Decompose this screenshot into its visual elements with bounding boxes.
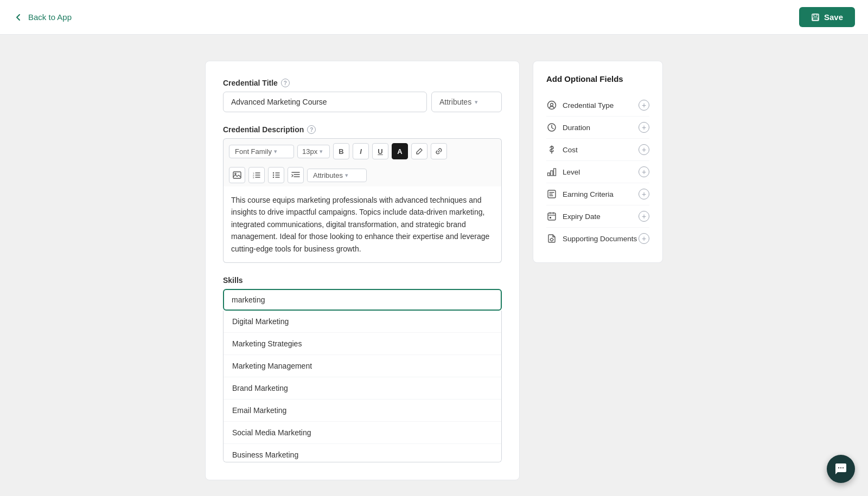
expiry-date-add-icon[interactable]: + — [639, 211, 649, 222]
back-arrow-icon — [13, 12, 24, 23]
unordered-list-icon[interactable] — [268, 167, 284, 183]
svg-rect-13 — [548, 173, 550, 176]
main-content: Credential Title ? Attributes ▾ Credenti… — [0, 35, 868, 496]
credential-type-label: Credential Type — [563, 101, 614, 109]
description-help-icon[interactable]: ? — [307, 125, 316, 134]
earning-criteria-label: Earning Criteria — [563, 190, 614, 198]
expiry-date-label: Expiry Date — [563, 212, 601, 221]
optional-earning-criteria[interactable]: Earning Criteria + — [546, 183, 649, 205]
editor-toolbar-row2: 1. 2. 3. — [223, 164, 502, 186]
link-icon[interactable] — [431, 143, 447, 159]
font-size-label: 13px — [302, 147, 317, 156]
supporting-docs-icon — [546, 233, 557, 244]
credential-type-icon — [546, 100, 557, 111]
back-label: Back to App — [28, 12, 72, 22]
attr-small-label: Attributes — [313, 171, 343, 179]
skill-digital-marketing[interactable]: Digital Marketing — [224, 311, 501, 333]
topbar: Back to App Save — [0, 0, 868, 35]
bold-button[interactable]: B — [333, 143, 349, 159]
save-icon — [811, 13, 820, 22]
skills-dropdown: Digital Marketing Marketing Strategies M… — [223, 311, 502, 462]
attributes-chevron-icon: ▾ — [475, 99, 478, 106]
color-button[interactable]: A — [392, 143, 408, 159]
description-section: Credential Description ? Font Family ▾ 1… — [223, 125, 502, 263]
skill-business-marketing[interactable]: Business Marketing — [224, 444, 501, 462]
attributes-select-small[interactable]: Attributes ▾ — [307, 169, 367, 182]
svg-point-9 — [273, 175, 274, 176]
description-text: This course equips marketing professiona… — [231, 194, 494, 255]
title-row: Attributes ▾ — [223, 92, 502, 112]
optional-cost[interactable]: Cost + — [546, 139, 649, 161]
skills-section: Skills Digital Marketing Marketing Strat… — [223, 276, 502, 462]
duration-icon — [546, 122, 557, 133]
svg-rect-15 — [554, 169, 556, 176]
skills-input[interactable] — [223, 289, 502, 311]
description-label: Credential Description ? — [223, 125, 502, 134]
credential-title-label: Credential Title ? — [223, 79, 502, 87]
cost-label: Cost — [563, 146, 578, 154]
skill-social-media-marketing[interactable]: Social Media Marketing — [224, 422, 501, 444]
optional-expiry-date[interactable]: Expiry Date + — [546, 205, 649, 228]
skill-email-marketing[interactable]: Email Marketing — [224, 400, 501, 422]
svg-point-11 — [548, 101, 556, 109]
svg-point-20 — [838, 467, 839, 468]
editor-toolbar-row1: Font Family ▾ 13px ▾ B I U A — [223, 138, 502, 164]
level-icon — [546, 166, 557, 177]
font-family-label: Font Family — [235, 147, 272, 156]
credential-type-add-icon[interactable]: + — [639, 100, 649, 111]
expiry-date-icon — [546, 211, 557, 222]
supporting-docs-label: Supporting Documents — [563, 235, 637, 243]
optional-level[interactable]: Level + — [546, 161, 649, 183]
level-add-icon[interactable]: + — [639, 166, 649, 177]
duration-add-icon[interactable]: + — [639, 122, 649, 133]
italic-button[interactable]: I — [353, 143, 369, 159]
save-button[interactable]: Save — [799, 7, 855, 27]
svg-point-8 — [273, 172, 274, 173]
indent-icon[interactable] — [288, 167, 304, 183]
image-icon[interactable] — [229, 167, 245, 183]
ordered-list-icon[interactable]: 1. 2. 3. — [248, 167, 265, 183]
supporting-docs-add-icon[interactable]: + — [639, 233, 649, 244]
cost-icon — [546, 144, 557, 155]
earning-criteria-icon — [546, 189, 557, 199]
right-panel: Add Optional Fields Credential Type + — [533, 61, 663, 263]
skills-label: Skills — [223, 276, 502, 285]
svg-text:3.: 3. — [253, 176, 254, 179]
svg-rect-3 — [233, 172, 241, 178]
svg-rect-2 — [813, 18, 818, 20]
earning-criteria-add-icon[interactable]: + — [639, 189, 649, 199]
attr-small-chevron-icon: ▾ — [345, 172, 348, 179]
duration-label: Duration — [563, 124, 590, 132]
svg-rect-14 — [551, 171, 553, 176]
svg-point-21 — [840, 467, 841, 468]
skill-marketing-strategies[interactable]: Marketing Strategies — [224, 333, 501, 355]
underline-button[interactable]: U — [372, 143, 388, 159]
font-family-select[interactable]: Font Family ▾ — [229, 145, 294, 158]
svg-point-22 — [843, 467, 844, 468]
center-panel: Credential Title ? Attributes ▾ Credenti… — [205, 61, 520, 480]
panel-title: Add Optional Fields — [546, 74, 649, 83]
svg-rect-18 — [550, 217, 551, 218]
cost-add-icon[interactable]: + — [639, 144, 649, 155]
title-help-icon[interactable]: ? — [281, 79, 290, 87]
back-to-app-link[interactable]: Back to App — [13, 12, 72, 23]
optional-credential-type[interactable]: Credential Type + — [546, 94, 649, 117]
optional-duration[interactable]: Duration + — [546, 117, 649, 139]
font-family-chevron-icon: ▾ — [274, 148, 277, 155]
optional-supporting-documents[interactable]: Supporting Documents + — [546, 228, 649, 249]
font-size-select[interactable]: 13px ▾ — [297, 145, 330, 158]
attributes-label: Attributes — [439, 98, 471, 106]
credential-title-input[interactable] — [223, 92, 427, 112]
chat-bubble[interactable] — [827, 455, 855, 483]
svg-rect-0 — [812, 14, 819, 21]
editor-body[interactable]: This course equips marketing professiona… — [223, 186, 502, 263]
level-label: Level — [563, 168, 580, 176]
attributes-dropdown[interactable]: Attributes ▾ — [431, 92, 502, 112]
svg-point-4 — [235, 173, 236, 174]
font-size-chevron-icon: ▾ — [320, 148, 323, 155]
skill-brand-marketing[interactable]: Brand Marketing — [224, 377, 501, 400]
skill-marketing-management[interactable]: Marketing Management — [224, 355, 501, 377]
brush-icon[interactable] — [411, 143, 427, 159]
svg-rect-17 — [548, 213, 556, 220]
svg-point-10 — [273, 177, 274, 178]
